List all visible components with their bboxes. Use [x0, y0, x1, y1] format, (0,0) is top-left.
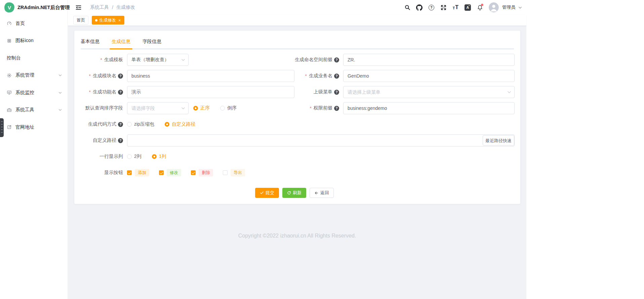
checkbox-add[interactable]: 添加: [127, 169, 149, 176]
font-size-glyph: TT: [453, 5, 458, 10]
icon-grid-icon: [7, 38, 12, 43]
tab-field-info[interactable]: 字段信息: [143, 39, 161, 48]
breadcrumb-current: 生成修改: [116, 4, 135, 10]
tag-label: 生成修改: [99, 17, 116, 23]
form-row: *生成模板 生成命名空间前缀?: [74, 54, 515, 66]
show-buttons-label: 显示按钮: [74, 170, 127, 176]
gen-template-select[interactable]: [127, 54, 189, 66]
namespace-prefix-input[interactable]: [343, 54, 515, 66]
breadcrumb: 系统工具 / 生成修改: [90, 4, 135, 10]
tag-active-page[interactable]: 生成修改 ×: [92, 16, 124, 25]
radio-sort-desc[interactable]: 倒序: [220, 105, 237, 111]
help-question-icon[interactable]: ?: [118, 122, 123, 127]
app-logo-row: V ZRAdmin.NET后台管理: [0, 0, 68, 15]
breadcrumb-section[interactable]: 系统工具: [90, 4, 109, 10]
help-icon[interactable]: ?: [428, 4, 435, 11]
sidebar-item-system-tools[interactable]: 系统工具: [0, 101, 68, 119]
active-dot-icon: [95, 19, 97, 22]
radio-dot-icon: [127, 122, 132, 127]
sidebar-item-system-monitor[interactable]: 系统监控: [0, 84, 68, 101]
radio-zip-package[interactable]: zip压缩包: [127, 121, 154, 127]
sort-field-value[interactable]: [127, 102, 189, 114]
tab-generate-info[interactable]: 生成信息: [112, 39, 130, 48]
required-asterisk: *: [305, 73, 307, 79]
custom-path-input[interactable]: [127, 134, 515, 146]
radio-two-columns[interactable]: 2列: [127, 154, 142, 160]
back-button[interactable]: 返回: [310, 188, 334, 198]
sidebar-item-label: 控制台: [7, 55, 21, 61]
notification-bell-icon[interactable]: [477, 4, 483, 11]
help-question-icon[interactable]: ?: [334, 106, 339, 111]
sidebar-item-official-site[interactable]: 官网地址: [0, 119, 68, 136]
radio-sort-asc[interactable]: 正序: [193, 105, 210, 111]
avatar[interactable]: [489, 2, 499, 12]
radio-dot-icon: [127, 154, 132, 159]
tag-home[interactable]: 首页: [73, 16, 88, 25]
sidebar-item-label: 系统管理: [15, 72, 34, 78]
briefcase-icon: [7, 108, 12, 113]
radio-dot-icon: [193, 106, 198, 111]
checkbox-edit[interactable]: 修改: [159, 169, 181, 176]
sidebar-item-label: 图标icon: [15, 38, 34, 44]
language-icon[interactable]: A: [465, 4, 471, 11]
parent-menu-select[interactable]: [343, 86, 515, 98]
business-name-label: *生成业务名?: [294, 73, 343, 79]
row-columns-label: 一行显示列: [74, 154, 127, 160]
form-row: 生成代码方式? zip压缩包 自定义路径: [74, 118, 515, 130]
help-question-icon[interactable]: ?: [118, 90, 123, 95]
sort-field-label: 默认查询排序字段: [74, 105, 127, 111]
github-icon[interactable]: [416, 4, 422, 11]
chevron-down-icon: [58, 91, 62, 95]
sidebar-item-home[interactable]: 首页: [0, 15, 68, 32]
fullscreen-icon[interactable]: [440, 4, 447, 11]
sort-field-select[interactable]: [127, 102, 189, 114]
submit-button[interactable]: 提交: [255, 188, 279, 198]
monitor-icon: [7, 90, 12, 95]
username[interactable]: 管理员: [502, 4, 515, 10]
app-logo: V: [4, 2, 15, 13]
form-row: 自定义路径? 最近路径快速: [74, 134, 515, 146]
sidebar: V ZRAdmin.NET后台管理 首页 图标icon 控制台 系统管理: [0, 0, 68, 299]
help-question-icon[interactable]: ?: [118, 74, 123, 79]
breadcrumb-separator: /: [112, 5, 113, 10]
perm-prefix-input[interactable]: [343, 102, 515, 114]
help-question-icon[interactable]: ?: [118, 138, 123, 143]
radio-dot-icon: [220, 106, 225, 111]
sidebar-item-icons[interactable]: 图标icon: [0, 32, 68, 50]
logo-letter: V: [8, 5, 11, 10]
sidebar-fold-icon[interactable]: [71, 4, 86, 11]
search-icon[interactable]: [404, 4, 410, 11]
checkbox-icon: [191, 170, 196, 175]
tag-close-icon[interactable]: ×: [118, 18, 121, 23]
sidebar-item-console[interactable]: 控制台: [0, 49, 68, 67]
settings-drawer-handle[interactable]: [0, 118, 4, 137]
checkbox-export[interactable]: 导出: [223, 169, 245, 176]
custom-path-label: 自定义路径?: [74, 137, 127, 143]
radio-one-column[interactable]: 1列: [152, 154, 166, 160]
help-question-icon[interactable]: ?: [334, 90, 339, 95]
form-card: 基本信息 生成信息 字段信息 *生成模板: [74, 30, 521, 204]
tab-basic-info[interactable]: 基本信息: [81, 39, 99, 48]
parent-menu-value[interactable]: [343, 86, 515, 98]
checkbox-delete[interactable]: 删除: [191, 169, 213, 176]
sidebar-item-label: 官网地址: [15, 124, 34, 130]
radio-custom-path[interactable]: 自定义路径: [165, 121, 195, 127]
checkbox-icon: [223, 170, 228, 175]
user-menu-chevron-icon[interactable]: [518, 5, 522, 10]
check-icon: [260, 191, 264, 195]
recent-path-quick-button[interactable]: 最近路径快速: [483, 135, 514, 146]
module-name-input[interactable]: [127, 70, 294, 82]
add-pill: 添加: [135, 169, 149, 176]
help-question-icon[interactable]: ?: [334, 57, 339, 62]
dashboard-icon: [7, 21, 12, 26]
gen-template-label: *生成模板: [74, 57, 127, 63]
gen-template-value[interactable]: [127, 54, 189, 66]
business-name-input[interactable]: [343, 70, 515, 82]
sidebar-item-system-management[interactable]: 系统管理: [0, 67, 68, 84]
radio-dot-icon: [152, 154, 157, 159]
function-name-input[interactable]: [127, 86, 294, 98]
help-question-icon[interactable]: ?: [334, 74, 339, 79]
form-row: *生成模块名? *生成业务名?: [74, 70, 515, 82]
font-size-icon[interactable]: TT: [452, 4, 459, 11]
refresh-button[interactable]: 刷新: [282, 188, 306, 198]
